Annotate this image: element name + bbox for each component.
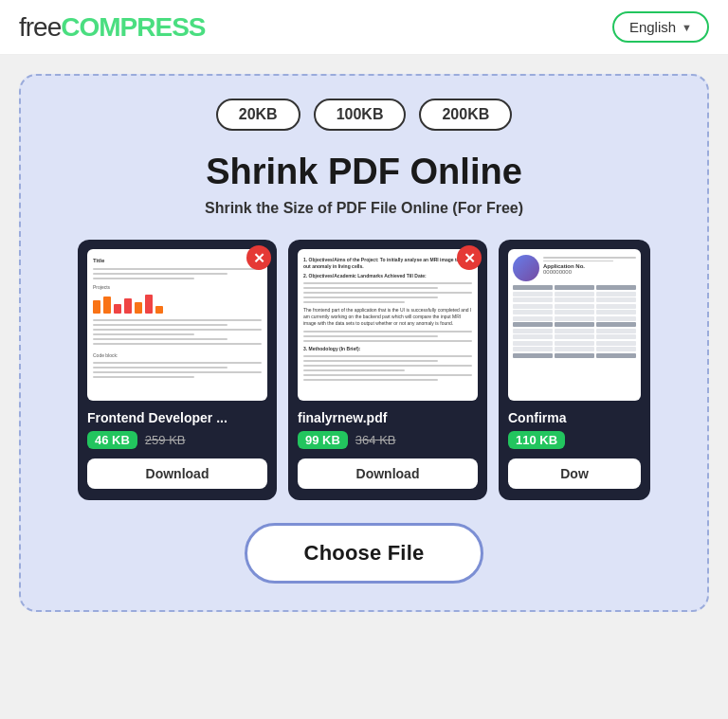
tool-container: 20KB 100KB 200KB Shrink PDF Online Shrin… (19, 74, 709, 612)
card-preview-2: 1. Objectives/Aims of the Project: To in… (298, 249, 478, 401)
size-pills-row: 20KB 100KB 200KB (216, 99, 513, 131)
card-preview-1: Title Projects (87, 249, 267, 401)
pdf-card-3: Application No. 000000000 (499, 240, 650, 500)
main-content: 20KB 100KB 200KB Shrink PDF Online Shrin… (0, 55, 728, 631)
size-pill-20kb[interactable]: 20KB (216, 99, 300, 131)
doc-logo-icon (513, 255, 539, 281)
choose-file-button[interactable]: Choose File (245, 523, 484, 584)
language-selector[interactable]: English ▼ (612, 11, 709, 43)
card-1-size-row: 46 KB 259 KB (87, 431, 267, 449)
language-label: English (629, 19, 676, 35)
cards-row: ✕ Title Projects (40, 240, 688, 500)
logo-compress-text: COMPRESS (61, 12, 205, 42)
card-2-name: finalyrnew.pdf (298, 410, 478, 425)
close-button-2[interactable]: ✕ (457, 245, 482, 270)
close-button-1[interactable]: ✕ (246, 245, 271, 270)
card-3-name: Confirma (508, 410, 641, 425)
logo: freeCOMPRESS (19, 12, 206, 43)
logo-free-text: free (19, 12, 61, 42)
page-title: Shrink PDF Online (206, 152, 522, 192)
pdf-card-1: ✕ Title Projects (78, 240, 277, 500)
pdf-card-2: ✕ 1. Objectives/Aims of the Project: To … (288, 240, 487, 500)
card-2-size-row: 99 KB 364 KB (298, 431, 478, 449)
size-pill-200kb[interactable]: 200KB (419, 99, 512, 131)
download-button-3[interactable]: Dow (508, 458, 641, 489)
header: freeCOMPRESS English ▼ (0, 0, 728, 55)
size-pill-100kb[interactable]: 100KB (314, 99, 407, 131)
card-1-size-new: 46 KB (87, 431, 137, 449)
card-3-size-row: 110 KB (508, 431, 641, 449)
card-2-size-old: 364 KB (355, 433, 396, 447)
card-2-size-new: 99 KB (298, 431, 348, 449)
card-1-name: Frontend Developer ... (87, 410, 267, 425)
card-3-size-new: 110 KB (508, 431, 565, 449)
download-button-2[interactable]: Download (298, 458, 478, 489)
card-preview-3: Application No. 000000000 (508, 249, 641, 401)
page-subtitle: Shrink the Size of PDF File Online (For … (205, 200, 523, 217)
chevron-down-icon: ▼ (682, 22, 692, 33)
card-1-size-old: 259 KB (145, 433, 186, 447)
download-button-1[interactable]: Download (87, 458, 267, 489)
